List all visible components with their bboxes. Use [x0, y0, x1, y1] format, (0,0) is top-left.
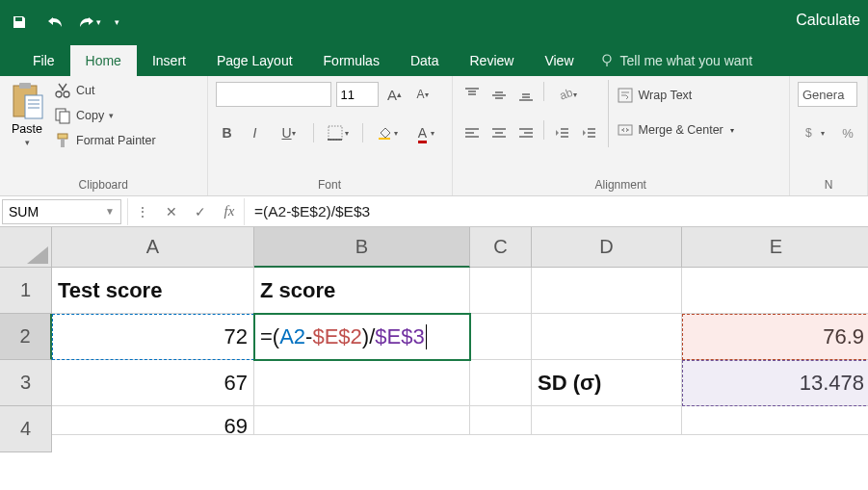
svg-rect-43 — [618, 125, 632, 135]
accounting-format-button[interactable]: $▾ — [798, 120, 832, 145]
cell-E3[interactable]: 13.478 — [682, 360, 868, 406]
qat-customize[interactable]: ▾ — [108, 9, 125, 36]
cell-D1[interactable] — [532, 268, 682, 314]
col-header-D[interactable]: D — [532, 227, 682, 268]
bold-button[interactable]: B — [216, 120, 239, 145]
cell-A4[interactable]: 69 — [52, 406, 254, 435]
decrease-font-button[interactable]: A▾ — [411, 82, 434, 107]
align-middle-button[interactable] — [487, 82, 511, 107]
tab-file[interactable]: File — [17, 45, 70, 76]
svg-rect-32 — [492, 136, 506, 138]
svg-rect-18 — [468, 90, 476, 92]
cell-E1[interactable] — [682, 268, 868, 314]
merge-center-button[interactable]: Merge & Center ▾ — [617, 118, 734, 142]
name-box[interactable]: SUM ▼ — [2, 199, 121, 224]
row-header-3[interactable]: 3 — [0, 360, 52, 406]
save-button[interactable] — [6, 9, 33, 36]
tab-review[interactable]: Review — [455, 45, 530, 76]
formula-input[interactable]: =(A2-$E$2)/$E$3 — [245, 203, 868, 220]
svg-rect-30 — [492, 128, 506, 130]
clipboard-group-label: Clipboard — [8, 176, 199, 193]
cell-B1[interactable]: Z score — [254, 268, 470, 314]
svg-rect-4 — [25, 95, 42, 118]
svg-rect-39 — [588, 128, 595, 130]
select-all-corner[interactable] — [0, 227, 52, 268]
merge-icon — [617, 121, 634, 139]
copy-icon — [54, 107, 71, 124]
col-header-A[interactable]: A — [52, 227, 254, 268]
paste-label: Paste — [12, 122, 42, 136]
tell-me-search[interactable]: Tell me what you want — [590, 53, 763, 76]
col-header-B[interactable]: B — [254, 227, 470, 268]
svg-rect-41 — [588, 136, 595, 138]
title-text: Calculate — [796, 12, 860, 29]
increase-font-button[interactable]: A▴ — [383, 82, 407, 107]
cell-E4[interactable] — [682, 406, 868, 435]
fb-expand-icon[interactable]: ⋮ — [128, 198, 157, 225]
cell-D2[interactable] — [532, 314, 682, 360]
percent-button[interactable]: % — [836, 120, 859, 145]
orientation-button[interactable]: ab▾ — [550, 82, 585, 107]
copy-button[interactable]: Copy ▾ — [52, 105, 158, 126]
font-size-input[interactable] — [336, 82, 379, 107]
borders-button[interactable]: ▾ — [321, 120, 355, 145]
insert-function-button[interactable]: fx — [215, 198, 244, 225]
ribbon-tabs: File Home Insert Page Layout Formulas Da… — [0, 43, 868, 76]
cell-B4[interactable] — [254, 406, 470, 435]
paintbrush-icon — [54, 132, 71, 149]
wrap-text-icon — [617, 87, 634, 104]
cell-C4[interactable] — [470, 406, 532, 435]
number-format-select[interactable] — [798, 82, 857, 107]
group-font: A▴ A▾ B I U ▾ ▾ ▾ A ▾ — [208, 76, 453, 195]
format-painter-button[interactable]: Format Painter — [52, 130, 158, 151]
svg-rect-36 — [561, 128, 568, 130]
align-left-button[interactable] — [460, 120, 484, 145]
decrease-indent-button[interactable] — [550, 120, 573, 145]
underline-button[interactable]: U ▾ — [272, 120, 306, 145]
cell-B3[interactable] — [254, 360, 470, 406]
enter-formula-button[interactable]: ✓ — [186, 198, 215, 225]
tab-formulas[interactable]: Formulas — [308, 45, 395, 76]
cell-A3[interactable]: 67 — [52, 360, 254, 406]
italic-button[interactable]: I — [244, 120, 267, 145]
row-header-2[interactable]: 2 — [0, 314, 52, 360]
cut-button[interactable]: Cut — [52, 80, 158, 101]
svg-rect-35 — [519, 136, 533, 138]
align-right-button[interactable] — [514, 120, 538, 145]
wrap-text-button[interactable]: Wrap Text — [617, 84, 734, 107]
svg-text:ab: ab — [558, 87, 573, 102]
row-header-1[interactable]: 1 — [0, 268, 52, 314]
cell-B2[interactable]: =(A2-$E$2)/$E$3 — [254, 314, 470, 360]
svg-rect-31 — [495, 132, 503, 134]
cell-C1[interactable] — [470, 268, 532, 314]
undo-button[interactable] — [42, 9, 69, 36]
align-bottom-button[interactable] — [514, 82, 538, 107]
cell-A2[interactable]: 72 — [52, 314, 254, 360]
svg-rect-22 — [495, 97, 503, 99]
col-header-C[interactable]: C — [470, 227, 532, 268]
row-header-4[interactable]: 4 — [0, 406, 52, 452]
tab-data[interactable]: Data — [395, 45, 455, 76]
quick-access-toolbar: ▾ ▾ — [6, 9, 125, 36]
align-top-button[interactable] — [460, 82, 484, 107]
cell-C2[interactable] — [470, 314, 532, 360]
align-center-button[interactable] — [487, 120, 511, 145]
paste-button[interactable]: Paste ▾ — [8, 80, 46, 149]
cell-D4[interactable] — [532, 406, 682, 435]
cell-E2[interactable]: 76.9 — [682, 314, 868, 360]
fill-color-button[interactable]: ▾ — [370, 120, 405, 145]
tab-insert[interactable]: Insert — [137, 45, 201, 76]
font-color-button[interactable]: A ▾ — [409, 120, 444, 145]
increase-indent-button[interactable] — [577, 120, 600, 145]
cell-C3[interactable] — [470, 360, 532, 406]
col-header-E[interactable]: E — [682, 227, 868, 268]
tab-home[interactable]: Home — [70, 45, 137, 76]
svg-rect-28 — [465, 132, 474, 134]
cell-D3[interactable]: SD (σ) — [532, 360, 682, 406]
cell-A1[interactable]: Test score — [52, 268, 254, 314]
font-name-input[interactable] — [216, 82, 331, 107]
redo-button[interactable]: ▾ — [71, 9, 106, 36]
tab-view[interactable]: View — [529, 45, 589, 76]
tab-page-layout[interactable]: Page Layout — [201, 45, 308, 76]
cancel-formula-button[interactable]: ✕ — [157, 198, 186, 225]
